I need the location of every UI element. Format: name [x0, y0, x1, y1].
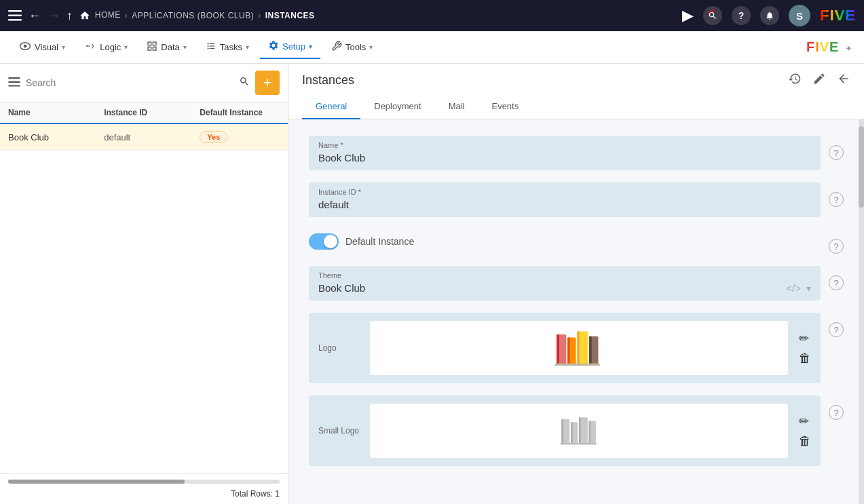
small-logo-actions: ✏ 🗑	[799, 414, 811, 448]
svg-rect-8	[148, 47, 151, 50]
content-scrollbar[interactable]	[859, 119, 864, 504]
five-logo-toolbar: FIVE ✦	[806, 39, 853, 55]
toolbar-logic[interactable]: Logic ▾	[76, 37, 136, 58]
logo-actions: ✏ 🗑	[799, 331, 811, 366]
breadcrumb-home[interactable]: HOME	[79, 10, 121, 21]
tabs: General Deployment Mail Events	[302, 94, 850, 119]
scrollbar-thumb-right	[859, 126, 864, 208]
data-chevron: ▾	[183, 43, 187, 51]
breadcrumb-applications[interactable]: APPLICATIONS (BOOK CLUB)	[132, 11, 254, 20]
content-title-row: Instances	[302, 72, 850, 94]
cell-default-instance: Yes	[200, 131, 280, 143]
up-icon[interactable]: ↑	[67, 9, 73, 23]
logic-chevron: ▾	[124, 43, 128, 51]
cell-instance-id: default	[104, 132, 200, 142]
sidebar-menu-icon[interactable]	[8, 76, 20, 90]
small-logo-delete-icon[interactable]: 🗑	[799, 434, 811, 448]
svg-rect-6	[148, 42, 151, 45]
play-button[interactable]: ▶	[682, 7, 694, 24]
svg-rect-7	[153, 42, 157, 45]
svg-rect-9	[153, 47, 157, 50]
instance-id-help-icon[interactable]: ?	[829, 192, 844, 207]
help-nav-icon[interactable]: ?	[732, 6, 751, 25]
breadcrumb-sep-2: ›	[258, 11, 261, 20]
tab-deployment[interactable]: Deployment	[360, 94, 434, 119]
toolbar-tasks[interactable]: Tasks ▾	[198, 37, 257, 58]
logo-help-icon[interactable]: ?	[829, 322, 844, 337]
sidebar-search-bar: +	[0, 64, 288, 102]
breadcrumb-instances[interactable]: INSTANCES	[265, 11, 315, 20]
tab-mail[interactable]: Mail	[435, 94, 478, 119]
col-header-id: Instance ID	[104, 108, 200, 117]
tab-events[interactable]: Events	[478, 94, 532, 119]
content-header: Instances General Deployment Mai	[288, 64, 864, 119]
visual-icon	[19, 41, 31, 54]
search-nav-icon[interactable]	[703, 6, 722, 25]
small-logo-preview	[370, 404, 788, 458]
tools-icon	[331, 41, 342, 54]
search-input[interactable]	[26, 77, 233, 88]
svg-rect-21	[577, 332, 580, 365]
svg-rect-2	[8, 19, 22, 21]
theme-value: Book Club	[318, 282, 781, 294]
col-header-default: Default Instance	[200, 108, 280, 117]
toolbar-tools[interactable]: Tools ▾	[323, 37, 381, 58]
user-avatar[interactable]: S	[789, 5, 810, 26]
five-logo: FIVE	[820, 7, 856, 24]
logo-edit-icon[interactable]: ✏	[799, 331, 811, 346]
table-row[interactable]: Book Club default Yes	[0, 124, 288, 151]
toolbar-data[interactable]: Data ▾	[138, 37, 194, 58]
back-content-icon[interactable]	[837, 72, 850, 89]
default-instance-label: Default Instance	[345, 236, 414, 247]
toolbar-setup[interactable]: Setup ▾	[260, 36, 320, 59]
back-icon[interactable]: ←	[29, 9, 41, 23]
breadcrumb-sep-1: ›	[125, 11, 128, 20]
default-instance-toggle-wrapper: Default Instance	[309, 233, 821, 250]
content-header-icons	[788, 72, 850, 89]
sidebar-footer: Total Rows: 1	[0, 473, 288, 504]
small-logo-help-icon[interactable]: ?	[829, 405, 844, 420]
forward-icon[interactable]: →	[48, 9, 60, 23]
logo-preview	[370, 321, 788, 375]
default-instance-help-icon[interactable]: ?	[829, 239, 844, 254]
logo-field: Logo	[309, 313, 821, 383]
small-logo-label: Small Logo	[318, 426, 359, 435]
toolbar-visual[interactable]: Visual ▾	[11, 37, 73, 58]
name-row: Name * Book Club ?	[309, 136, 844, 170]
total-rows: Total Rows: 1	[8, 489, 280, 499]
default-instance-toggle[interactable]	[309, 233, 339, 250]
svg-rect-17	[557, 334, 559, 364]
navbar-right: ▶ ? S FIVE	[682, 5, 856, 26]
logo-delete-icon[interactable]: 🗑	[799, 351, 811, 366]
instance-id-value: default	[318, 199, 811, 210]
cell-name: Book Club	[8, 132, 104, 142]
svg-rect-0	[8, 10, 22, 12]
sidebar: + Name Instance ID Default Instance Book…	[0, 64, 288, 504]
page-title: Instances	[302, 73, 354, 88]
data-icon	[147, 41, 157, 54]
default-instance-row: Default Instance ?	[309, 229, 844, 254]
logic-icon	[84, 41, 96, 54]
tab-general[interactable]: General	[302, 94, 360, 119]
theme-dropdown-icon[interactable]: ▾	[806, 283, 811, 294]
theme-field: Theme Book Club </> ▾	[309, 266, 821, 301]
scrollbar-thumb	[8, 480, 185, 484]
svg-rect-14	[8, 81, 20, 82]
name-help-icon[interactable]: ?	[829, 145, 844, 160]
svg-rect-13	[8, 77, 20, 79]
logo-row: Logo	[309, 313, 844, 383]
menu-icon[interactable]	[8, 10, 22, 21]
search-icon[interactable]	[239, 76, 250, 90]
notifications-icon[interactable]	[760, 6, 779, 25]
svg-point-4	[24, 44, 27, 47]
small-logo-edit-icon[interactable]: ✏	[799, 414, 811, 429]
theme-help-icon[interactable]: ?	[829, 275, 844, 290]
edit-icon[interactable]	[812, 72, 826, 89]
logo-image	[552, 324, 606, 372]
add-button[interactable]: +	[255, 71, 280, 95]
theme-row: Theme Book Club </> ▾ ?	[309, 266, 844, 301]
history-icon[interactable]	[788, 72, 802, 89]
theme-code-icon[interactable]: </>	[786, 282, 801, 294]
small-logo-image	[559, 410, 599, 451]
setup-chevron: ▾	[309, 43, 312, 50]
